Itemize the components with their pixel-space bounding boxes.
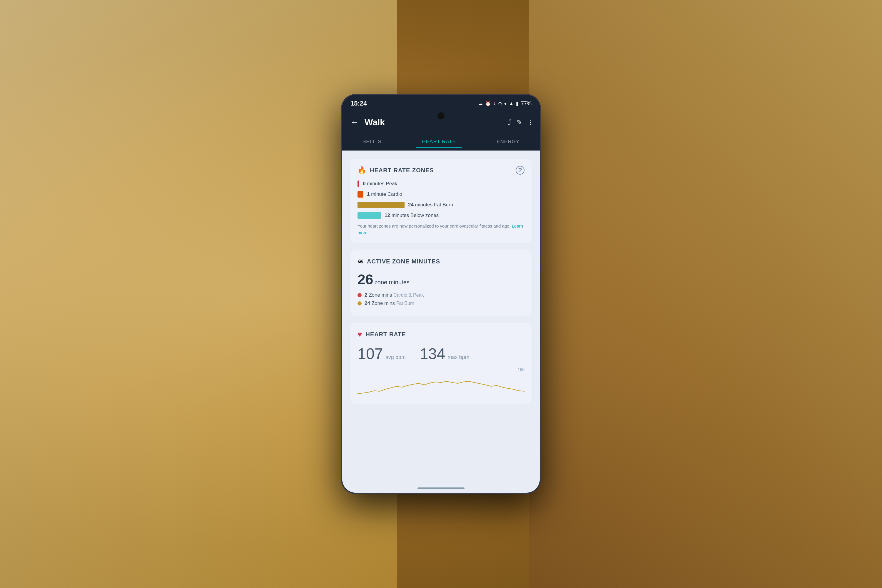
- heart-rate-zones-section: 🔥 HEART RATE ZONES ? 0 minutes Peak: [351, 159, 531, 243]
- hr-avg-value: 107: [357, 345, 383, 363]
- azm-total-label: zone minutes: [375, 279, 410, 285]
- zones-icon: 🔥: [357, 166, 366, 174]
- zone-row-fatburn: 24 minutes Fat Burn: [357, 202, 525, 208]
- azm-dot-fatburn: [357, 302, 362, 306]
- azm-item-cardio: 2 Zone mins Cardio & Peak: [357, 292, 525, 298]
- hr-max-label: max bpm: [448, 354, 470, 360]
- tab-bar: SPLITS HEART RATE ENERGY: [342, 133, 540, 150]
- camera-notch: [438, 112, 444, 119]
- tab-splits[interactable]: SPLITS: [357, 136, 387, 147]
- cloud-icon: ☁: [478, 101, 483, 106]
- hr-max-stat: 134 max bpm: [420, 345, 470, 363]
- zone-bar-cardio: [357, 191, 363, 198]
- hr-stats: 107 avg bpm 134 max bpm: [357, 345, 525, 363]
- azm-icon: ≋: [357, 257, 363, 266]
- edit-icon[interactable]: ✎: [516, 118, 522, 126]
- azm-total-row: 26 zone minutes: [357, 272, 525, 288]
- share-icon[interactable]: ⤴: [508, 118, 512, 126]
- hr-section-header: ♥ HEART RATE: [357, 330, 525, 339]
- hr-chart-svg: [357, 370, 525, 397]
- instagram-icon: ⊙: [498, 101, 502, 106]
- nav-title: Walk: [364, 117, 508, 127]
- azm-breakdown: 2 Zone mins Cardio & Peak 24: [357, 292, 525, 306]
- hr-max-value: 134: [420, 345, 446, 363]
- azm-total-value: 26: [357, 272, 373, 287]
- zone-bar-fatburn: [357, 202, 405, 208]
- zone-label-below: 12 minutes Below zones: [384, 213, 439, 219]
- zone-label-peak: 0 minutes Peak: [363, 181, 397, 187]
- status-time: 15:24: [351, 100, 367, 107]
- battery-icon: ▮: [516, 101, 519, 106]
- status-icons: ☁ ⏰ ↓ ⊙ ▾ ▲ ▮ 77%: [478, 100, 531, 107]
- azm-title: ACTIVE ZONE MINUTES: [367, 258, 440, 265]
- azm-item-fatburn: 24 Zone mins Fat Burn: [357, 300, 525, 306]
- tab-energy[interactable]: ENERGY: [490, 136, 525, 147]
- nav-actions: ⤴ ✎ ⋮: [508, 118, 534, 126]
- alarm-icon: ⏰: [485, 101, 491, 106]
- status-bar: 15:24 ☁ ⏰ ↓ ⊙ ▾ ▲ ▮ 77%: [342, 95, 540, 112]
- zone-description: Your heart zones are now personalized to…: [357, 223, 525, 236]
- hr-title: HEART RATE: [366, 331, 406, 338]
- section-header: 🔥 HEART RATE ZONES ?: [357, 166, 525, 175]
- zones-title: HEART RATE ZONES: [370, 167, 434, 174]
- azm-cardio-text: 2 Zone mins Cardio & Peak: [364, 292, 424, 298]
- section-title-row: 🔥 HEART RATE ZONES: [357, 166, 434, 174]
- tab-heart-rate[interactable]: HEART RATE: [416, 136, 462, 147]
- home-bar: [417, 488, 465, 489]
- azm-section: ≋ ACTIVE ZONE MINUTES 26 zone minutes 2: [351, 250, 531, 316]
- signal-icon: ▲: [509, 101, 514, 106]
- home-indicator: [342, 483, 540, 493]
- wifi-icon: ▾: [504, 101, 507, 106]
- hr-avg-label: avg bpm: [386, 354, 406, 360]
- more-icon[interactable]: ⋮: [527, 118, 534, 126]
- phone-wrapper: 15:24 ☁ ⏰ ↓ ⊙ ▾ ▲ ▮ 77% ← Walk ⤴ ✎: [341, 94, 541, 494]
- zone-row-peak: 0 minutes Peak: [357, 180, 525, 187]
- heart-icon: ♥: [357, 330, 362, 339]
- back-button[interactable]: ←: [348, 115, 361, 129]
- help-button[interactable]: ?: [516, 166, 525, 175]
- phone-screen: 15:24 ☁ ⏰ ↓ ⊙ ▾ ▲ ▮ 77% ← Walk ⤴ ✎: [342, 95, 540, 493]
- zone-label-cardio: 1 minute Cardio: [367, 191, 402, 197]
- hr-avg-stat: 107 avg bpm: [357, 345, 406, 363]
- hr-title-row: ♥ HEART RATE: [357, 330, 406, 339]
- zone-bar-below: [357, 212, 381, 219]
- azm-fatburn-text: 24 Zone mins Fat Burn: [364, 300, 414, 306]
- battery-percent: 77%: [521, 100, 531, 107]
- azm-section-header: ≋ ACTIVE ZONE MINUTES: [357, 257, 525, 266]
- location-icon: ↓: [494, 101, 496, 106]
- content-area: 🔥 HEART RATE ZONES ? 0 minutes Peak: [342, 150, 540, 483]
- azm-title-row: ≋ ACTIVE ZONE MINUTES: [357, 257, 440, 266]
- hr-section: ♥ HEART RATE 107 avg bpm 134 max bpm: [351, 323, 531, 404]
- zone-bar-peak: [357, 180, 359, 187]
- hr-chart: 150: [357, 367, 525, 397]
- phone: 15:24 ☁ ⏰ ↓ ⊙ ▾ ▲ ▮ 77% ← Walk ⤴ ✎: [341, 94, 541, 494]
- zone-label-fatburn: 24 minutes Fat Burn: [408, 202, 453, 208]
- zone-row-below: 12 minutes Below zones: [357, 212, 525, 219]
- zone-row-cardio: 1 minute Cardio: [357, 191, 525, 198]
- azm-dot-cardio: [357, 293, 362, 297]
